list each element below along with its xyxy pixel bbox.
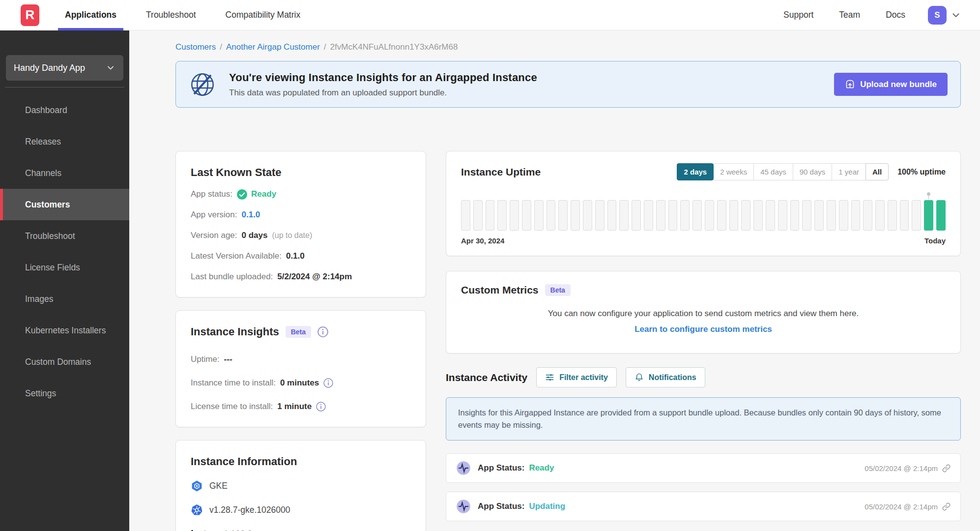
uptime-bar-empty[interactable]	[632, 200, 641, 231]
license-time-label: License time to install:	[191, 401, 273, 412]
uptime-bar-empty[interactable]	[888, 200, 897, 231]
distribution-row: GKE	[191, 480, 411, 492]
app-selector-dropdown[interactable]: Handy Dandy App	[6, 55, 123, 81]
sidebar-item-channels[interactable]: Channels	[0, 157, 129, 189]
uptime-bar-empty[interactable]	[656, 200, 665, 231]
sidebar-item-customers[interactable]: Customers	[0, 189, 129, 220]
app-status-row: App status: Ready	[191, 189, 411, 200]
sidebar-item-dashboard[interactable]: Dashboard	[0, 94, 129, 126]
uptime-bar-empty[interactable]	[595, 200, 605, 231]
uptime-bar-empty[interactable]	[680, 200, 690, 231]
sidebar-item-releases[interactable]: Releases	[0, 126, 129, 157]
uptime-bar-empty[interactable]	[753, 200, 763, 231]
uptime-bar-empty[interactable]	[827, 200, 836, 231]
sidebar-item-license-fields[interactable]: License Fields	[0, 252, 129, 283]
nav-item-docs[interactable]: Docs	[883, 10, 908, 20]
uptime-bar-empty[interactable]	[802, 200, 811, 231]
activity-row: App Status:Updating05/02/2024 @ 2:14pm	[446, 492, 961, 521]
left-column: Last Known State App status: Ready	[175, 151, 426, 531]
uptime-bar-empty[interactable]	[839, 200, 848, 231]
nav-item-team[interactable]: Team	[836, 10, 863, 20]
uptime-bar-empty[interactable]	[705, 200, 714, 231]
uptime-bar-empty[interactable]	[814, 200, 824, 231]
activity-row-meta: 05/02/2024 @ 2:14pm	[865, 502, 951, 511]
uptime-bar-empty[interactable]	[486, 200, 495, 231]
kots-version-row: kots v1.103.3	[191, 528, 411, 531]
uptime-range-45-days[interactable]: 45 days	[753, 163, 793, 180]
nav-item-troubleshoot[interactable]: Troubleshoot	[139, 0, 203, 30]
notifications-button[interactable]: Notifications	[626, 367, 705, 387]
uptime-bar-empty[interactable]	[461, 200, 470, 231]
uptime-bar-empty[interactable]	[547, 200, 556, 231]
link-icon[interactable]	[942, 464, 951, 472]
uptime-bar-empty[interactable]	[583, 200, 592, 231]
nav-item-support[interactable]: Support	[780, 10, 816, 20]
uptime-start-label: Apr 30, 2024	[461, 236, 504, 245]
breadcrumb-link[interactable]: Customers	[175, 42, 216, 52]
sidebar-item-kubernetes-installers[interactable]: Kubernetes Installers	[0, 315, 129, 346]
sidebar-item-troubleshoot[interactable]: Troubleshoot	[0, 220, 129, 252]
uptime-bar-empty[interactable]	[875, 200, 885, 231]
activity-row-label: App Status:	[478, 463, 524, 473]
uptime-bar-empty[interactable]	[717, 200, 726, 231]
chevron-down-icon[interactable]	[951, 10, 961, 21]
uptime-bar-empty[interactable]	[619, 200, 629, 231]
upload-icon	[845, 79, 855, 89]
uptime-bar-empty[interactable]	[900, 200, 909, 231]
nav-item-applications[interactable]: Applications	[58, 0, 123, 30]
filter-activity-label: Filter activity	[559, 373, 608, 382]
activity-row-value: Ready	[529, 463, 554, 473]
uptime-range-90-days[interactable]: 90 days	[793, 163, 833, 180]
configure-custom-metrics-link[interactable]: Learn to configure custom metrics	[461, 324, 946, 334]
replicated-logo[interactable]: R	[21, 4, 39, 26]
filter-activity-button[interactable]: Filter activity	[536, 367, 617, 387]
link-icon[interactable]	[942, 502, 951, 511]
uptime-bar-empty[interactable]	[729, 200, 739, 231]
info-icon[interactable]	[317, 326, 328, 337]
version-age-value: 0 days	[242, 230, 268, 241]
info-icon[interactable]	[323, 378, 333, 388]
uptime-bar-empty[interactable]	[912, 200, 921, 231]
app-version-link[interactable]: 0.1.0	[242, 209, 260, 220]
uptime-bar-up[interactable]	[936, 200, 946, 231]
uptime-bar-empty[interactable]	[741, 200, 750, 231]
uptime-bar-empty[interactable]	[607, 200, 617, 231]
activity-row-value: Updating	[529, 502, 565, 511]
uptime-bar-empty[interactable]	[692, 200, 702, 231]
last-bundle-value: 5/2/2024 @ 2:14pm	[277, 271, 352, 282]
uptime-bar-empty[interactable]	[778, 200, 787, 231]
uptime-range-all[interactable]: All	[865, 163, 889, 180]
uptime-bar-empty[interactable]	[644, 200, 653, 231]
uptime-range-1-year[interactable]: 1 year	[832, 163, 866, 180]
uptime-bar-empty[interactable]	[571, 200, 580, 231]
sidebar-item-settings[interactable]: Settings	[0, 378, 129, 409]
breadcrumb-link[interactable]: Another Airgap Customer	[226, 42, 320, 52]
uptime-bar-up[interactable]	[924, 200, 933, 231]
uptime-bar-chart	[461, 200, 946, 231]
avatar[interactable]: S	[928, 6, 947, 25]
uptime-bar-empty[interactable]	[766, 200, 775, 231]
uptime-bar-empty[interactable]	[851, 200, 861, 231]
uptime-bar-empty[interactable]	[473, 200, 483, 231]
upload-new-bundle-button[interactable]: Upload new bundle	[834, 73, 948, 96]
uptime-bar-empty[interactable]	[534, 200, 544, 231]
uptime-bar-empty[interactable]	[668, 200, 678, 231]
info-icon[interactable]	[316, 402, 326, 412]
sidebar-item-custom-domains[interactable]: Custom Domains	[0, 346, 129, 378]
time-to-install-value: 0 minutes	[280, 378, 319, 388]
uptime-bar-empty[interactable]	[522, 200, 531, 231]
uptime-range-2-days[interactable]: 2 days	[677, 163, 714, 180]
right-column: Instance Uptime 2 days2 weeks45 days90 d…	[446, 151, 961, 521]
uptime-bar-empty[interactable]	[510, 200, 519, 231]
uptime-bar-empty[interactable]	[558, 200, 568, 231]
uptime-bar-empty[interactable]	[497, 200, 507, 231]
app-status-value: Ready	[237, 189, 276, 200]
sidebar-item-images[interactable]: Images	[0, 283, 129, 315]
nav-item-compatibility-matrix[interactable]: Compatibility Matrix	[219, 0, 308, 30]
uptime-range-2-weeks[interactable]: 2 weeks	[713, 163, 754, 180]
uptime-bar-empty[interactable]	[790, 200, 800, 231]
uptime-bar-empty[interactable]	[863, 200, 872, 231]
airgap-banner: You're viewing Instance Insights for an …	[175, 61, 961, 108]
notifications-label: Notifications	[649, 373, 696, 382]
app-status-label: App status:	[191, 189, 232, 200]
